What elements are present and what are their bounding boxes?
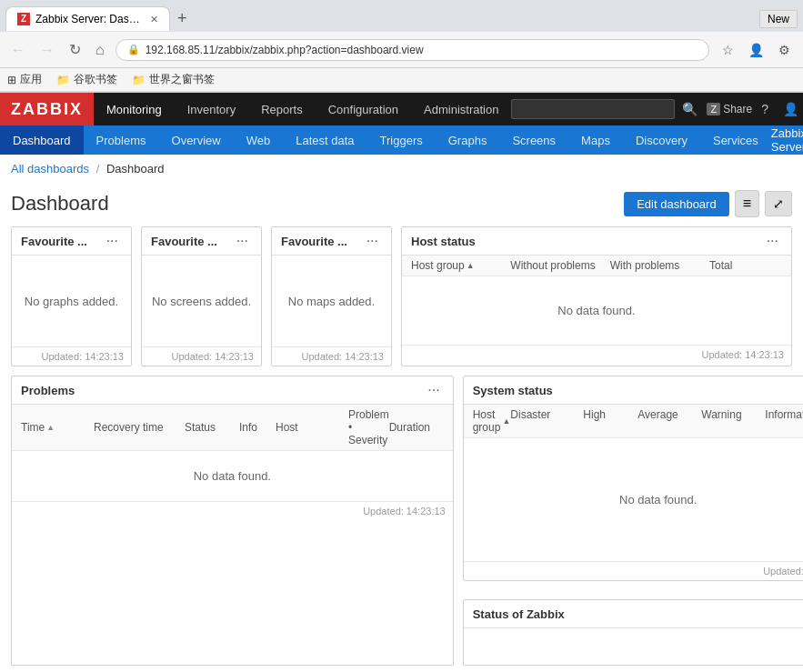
nav-overview[interactable]: Overview xyxy=(159,125,234,155)
zabbix-status-widget: Status of Zabbix ··· xyxy=(463,599,803,666)
host-status-menu-button[interactable]: ··· xyxy=(763,233,782,249)
browser-toolbar: ← → ↻ ⌂ 🔒 192.168.85.11/zabbix/zabbix.ph… xyxy=(0,32,803,68)
nav-reports[interactable]: Reports xyxy=(248,93,316,125)
bookmark-2[interactable]: 📁 世界之窗书签 xyxy=(132,72,215,87)
top-nav-items: Monitoring Inventory Reports Configurati… xyxy=(94,93,511,125)
nav-web[interactable]: Web xyxy=(234,125,284,155)
favourite-graphs-no-data: No graphs added. xyxy=(25,295,118,308)
apps-grid-icon: ⊞ xyxy=(7,74,16,86)
favourite-maps-title: Favourite ... xyxy=(281,235,347,248)
favourite-maps-updated: Updated: 14:23:13 xyxy=(301,351,384,362)
host-col-header: Host xyxy=(276,421,348,434)
system-status-widget: System status ··· Host group ▲ Disaster … xyxy=(463,376,803,581)
nav-administration[interactable]: Administration xyxy=(411,93,511,125)
dashboard-content: Favourite ... ··· No graphs added. Updat… xyxy=(0,226,803,672)
information-col-header: Information xyxy=(765,408,803,434)
address-text: 192.168.85.11/zabbix/zabbix.php?action=d… xyxy=(146,44,424,56)
favourites-group: Favourite ... ··· No graphs added. Updat… xyxy=(11,226,392,366)
favourite-screens-menu-button[interactable]: ··· xyxy=(233,233,252,249)
edit-dashboard-button[interactable]: Edit dashboard xyxy=(624,192,728,216)
back-button[interactable]: ← xyxy=(7,38,29,62)
nav-latest-data[interactable]: Latest data xyxy=(283,125,366,155)
nav-maps[interactable]: Maps xyxy=(568,125,623,155)
nav-dashboard[interactable]: Dashboard xyxy=(0,125,84,155)
bookmark-2-label: 世界之窗书签 xyxy=(149,72,215,87)
favourite-graphs-body: No graphs added. xyxy=(12,256,131,346)
help-button[interactable]: ? xyxy=(756,102,774,116)
system-status-header: System status ··· xyxy=(464,376,803,405)
favourite-screens-widget: Favourite ... ··· No screens added. Upda… xyxy=(141,226,262,366)
server-name: Zabbix Server xyxy=(771,126,803,154)
favourite-screens-body: No screens added. xyxy=(142,256,261,346)
favourite-graphs-menu-button[interactable]: ··· xyxy=(103,233,122,249)
active-tab[interactable]: Z Zabbix Server: Dashbo... ✕ xyxy=(5,6,170,31)
folder-icon: 📁 xyxy=(56,74,70,86)
user-button[interactable]: 👤 xyxy=(778,102,803,116)
address-bar[interactable]: 🔒 192.168.85.11/zabbix/zabbix.php?action… xyxy=(115,39,709,61)
dashboard-row-2: Problems ··· Time ▲ Recovery time Status… xyxy=(11,376,792,666)
apps-button[interactable]: ⊞ 应用 xyxy=(7,72,42,87)
host-status-widget: Host status ··· Host group ▲ Without pro… xyxy=(401,226,792,366)
problems-header: Problems ··· xyxy=(12,376,453,405)
total-col-header: Total xyxy=(709,259,782,272)
nav-configuration[interactable]: Configuration xyxy=(316,93,411,125)
with-problems-col-header: With problems xyxy=(610,259,709,272)
nav-graphs[interactable]: Graphs xyxy=(436,125,500,155)
favourite-screens-title: Favourite ... xyxy=(151,235,217,248)
problems-menu-button[interactable]: ··· xyxy=(424,382,443,398)
nav-triggers[interactable]: Triggers xyxy=(367,125,436,155)
bookmark-1[interactable]: 📁 谷歌书签 xyxy=(56,72,117,87)
profile-button[interactable]: 👤 xyxy=(743,39,769,61)
duration-col-header: Duration xyxy=(389,421,444,434)
problems-footer: Updated: 14:23:13 xyxy=(12,501,453,520)
reload-button[interactable]: ↻ xyxy=(65,37,85,62)
browser-tabs-bar: Z Zabbix Server: Dashbo... ✕ + New xyxy=(0,0,803,32)
search-button[interactable]: 🔍 xyxy=(682,102,698,116)
host-status-title: Host status xyxy=(411,235,476,248)
time-col-header[interactable]: Time ▲ xyxy=(21,421,94,434)
nav-inventory[interactable]: Inventory xyxy=(175,93,248,125)
home-button[interactable]: ⌂ xyxy=(92,38,108,62)
host-status-no-data: No data found. xyxy=(402,276,791,345)
breadcrumb-all-dashboards[interactable]: All dashboards xyxy=(11,162,89,176)
favourite-graphs-widget: Favourite ... ··· No graphs added. Updat… xyxy=(11,226,132,366)
top-navigation: ZABBIX Monitoring Inventory Reports Conf… xyxy=(0,93,803,125)
forward-button[interactable]: → xyxy=(36,38,58,62)
sys-host-group-col-header[interactable]: Host group ▲ xyxy=(473,408,511,434)
view-mode-button[interactable]: ≡ xyxy=(735,190,759,217)
host-group-col-header[interactable]: Host group ▲ xyxy=(411,259,510,272)
favourite-screens-updated: Updated: 14:23:13 xyxy=(171,351,254,362)
bookmark-star-button[interactable]: ☆ xyxy=(717,39,739,61)
favourite-maps-body: No maps added. xyxy=(272,256,391,346)
favourite-maps-widget: Favourite ... ··· No maps added. Updated… xyxy=(271,226,392,366)
host-status-columns: Host group ▲ Without problems With probl… xyxy=(402,256,791,276)
nav-screens[interactable]: Screens xyxy=(499,125,568,155)
breadcrumb: All dashboards / Dashboard xyxy=(0,155,803,183)
zabbix-logo[interactable]: ZABBIX xyxy=(0,93,94,125)
tab-title: Zabbix Server: Dashbo... xyxy=(35,13,145,25)
recovery-time-col-header: Recovery time xyxy=(94,421,185,434)
nav-discovery[interactable]: Discovery xyxy=(623,125,700,155)
zabbix-status-header: Status of Zabbix ··· xyxy=(464,600,803,628)
new-tab-button[interactable]: + xyxy=(170,5,195,32)
tab-close-button[interactable]: ✕ xyxy=(150,14,158,25)
nav-monitoring[interactable]: Monitoring xyxy=(94,93,175,125)
extensions-button[interactable]: ⚙ xyxy=(773,39,796,61)
fullscreen-button[interactable]: ⤢ xyxy=(765,191,792,216)
nav-services[interactable]: Services xyxy=(700,125,771,155)
problems-columns: Time ▲ Recovery time Status Info Host Pr… xyxy=(12,405,453,451)
favourite-maps-menu-button[interactable]: ··· xyxy=(363,233,382,249)
favourite-graphs-updated: Updated: 14:23:13 xyxy=(41,351,124,362)
info-col-header: Info xyxy=(239,421,276,434)
browser-chrome: Z Zabbix Server: Dashbo... ✕ + New ← → ↻… xyxy=(0,0,803,93)
system-status-footer: Updated: 14:23:13 xyxy=(464,561,803,580)
bookmark-1-label: 谷歌书签 xyxy=(74,72,117,87)
host-status-header: Host status ··· xyxy=(402,227,791,256)
search-input[interactable] xyxy=(511,99,675,119)
favourite-maps-no-data: No maps added. xyxy=(288,295,375,308)
security-icon: 🔒 xyxy=(127,44,140,55)
nav-problems[interactable]: Problems xyxy=(84,125,159,155)
share-button[interactable]: Share xyxy=(707,103,752,115)
status-col-header: Status xyxy=(185,421,239,434)
new-window-button[interactable]: New xyxy=(759,10,798,28)
